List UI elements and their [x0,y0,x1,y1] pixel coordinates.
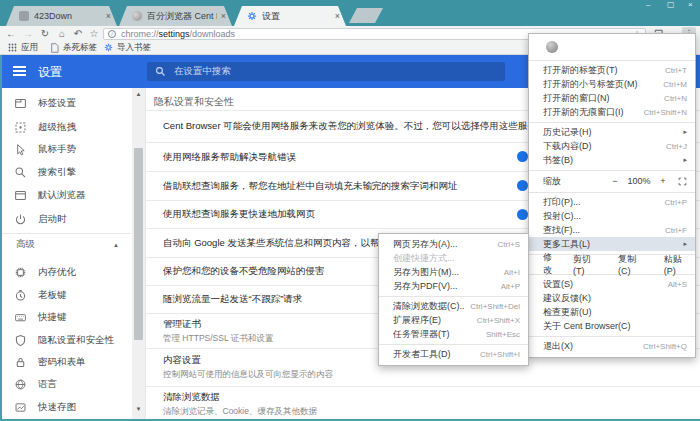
tab-title: 设置 [262,10,331,23]
sidebar-item-default-browser[interactable]: 默认浏览器 [0,184,131,206]
submenu-item-extensions[interactable]: 扩展程序(E)Ctrl+Shift+X [379,313,528,327]
content-scrollbar[interactable]: ▲ ▼ [132,88,145,419]
menu-item-cast[interactable]: 投射(C)... [529,209,695,223]
tab-title: 423Down [34,11,102,21]
bookmark-import[interactable]: 导入书签 [104,41,151,54]
bookmark-kill-tabs[interactable]: 杀死标签 [50,41,97,54]
menu-item-check-update[interactable]: 检查更新(U) [529,305,695,319]
menu-item-more-tools[interactable]: 更多工具(L)▸ [529,237,695,251]
forward-icon[interactable]: → [21,26,35,41]
search-icon [155,66,166,77]
cut-button[interactable]: 剪切(T) [573,253,596,276]
memory-chip-icon [14,266,27,279]
minimize-button[interactable]: – [646,1,650,9]
gear-icon [104,43,113,52]
menu-separator [529,60,695,61]
menu-item-find[interactable]: 查找(F)...Ctrl+F [529,223,695,237]
menu-item-new-incognito-window[interactable]: 打开新的无痕窗口(I)Ctrl+Shift+N [529,105,695,119]
scroll-up-icon[interactable]: ▲ [132,91,145,97]
sidebar-item-shortcuts[interactable]: 快捷键 [0,306,131,328]
sidebar-item-tab-settings[interactable]: 标签设置 [0,92,131,114]
menu-item-history[interactable]: 历史记录(H)▸ [529,125,695,139]
menu-separator [379,344,528,345]
sidebar-item-language[interactable]: 语言 [0,373,131,395]
submenu-item-clear-browsing-data[interactable]: 清除浏览数据(C)...Ctrl+Shift+Del [379,299,528,313]
keyboard-icon [14,311,27,324]
submenu-item-save-as-pdf[interactable]: 另存为PDF(V)...Alt+P [379,279,528,293]
sidebar-item-super-drag[interactable]: 超级拖拽 [0,116,131,138]
sidebar-item-mouse-gestures[interactable]: 鼠标手势 [0,138,131,160]
sidebar-item-quick-save-image[interactable]: 快速存图 [0,396,131,418]
submenu-item-developer-tools[interactable]: 开发者工具(D)Ctrl+Shift+I [379,347,528,361]
submenu-item-save-page-as[interactable]: 网页另存为(A)...Ctrl+S [379,237,528,251]
home-icon[interactable]: ⌂ [55,26,69,41]
settings-search-input[interactable]: 在设置中搜索 [147,62,505,81]
tab-title: 百分浏览器 Cent Brows [147,10,217,23]
menu-item-new-tab[interactable]: 打开新的标签页(T)Ctrl+T [529,63,695,77]
menu-item-settings[interactable]: 设置(S)Alt+S [529,277,695,291]
collapse-caret-icon: ▲ [113,242,119,248]
browser-window-icon [14,189,27,202]
sidebar-item-search-engine[interactable]: 搜索引擎 [0,161,131,183]
sidebar-item-memory-optimize[interactable]: 内存优化 [0,261,131,283]
undo-closed-tab-icon[interactable]: ↶ [71,26,85,41]
back-icon[interactable]: ← [4,26,18,41]
info-icon[interactable]: i [108,30,116,38]
browser-window: – ▢ × 423Down × 百分浏览器 Cent Brows × 设置 × … [0,0,700,421]
menu-item-new-small-tab[interactable]: 打开新的小号标签页(M)Ctrl+M [529,77,695,91]
scrollbar-thumb[interactable] [134,148,143,340]
menu-separator [379,296,528,297]
submenu-item-task-manager[interactable]: 任务管理器(T)Shift+Esc [379,327,528,341]
menu-separator [529,192,695,193]
menu-item-edit: 修改 剪切(T) 复制(C) 粘贴(P) [529,257,695,271]
menu-item-bookmarks[interactable]: 书签(B)▸ [529,153,695,167]
bookmark-star-icon[interactable]: ☆ [87,26,101,41]
timer-icon [14,289,27,302]
hamburger-menu-icon[interactable] [13,66,26,78]
search-icon [14,166,27,179]
sidebar-item-privacy-security[interactable]: 隐私设置和安全性 [0,329,131,351]
menu-item-about[interactable]: 关于 Cent Browser(C) [529,319,695,333]
sidebar-item-passwords-forms[interactable]: 密码和表单 [0,351,131,373]
tab-close-icon[interactable]: × [335,11,340,21]
toggle-autocomplete[interactable] [517,180,528,191]
lock-icon [14,356,27,369]
close-button[interactable]: × [688,1,693,9]
fullscreen-icon[interactable] [678,177,687,186]
tab-423down[interactable]: 423Down × [6,6,117,26]
toggle-navigation-error[interactable] [517,151,528,162]
menu-separator [529,122,695,123]
menu-item-exit[interactable]: 退出(X)Ctrl+Shift+Q [529,339,695,353]
menu-separator [529,336,695,337]
sidebar-item-on-startup[interactable]: 启动时 [0,208,131,230]
tab-close-icon[interactable]: × [106,11,111,21]
apps-shortcut[interactable]: 应用 [8,41,38,54]
menu-item-new-window[interactable]: 打开新的窗口(N)Ctrl+N [529,91,695,105]
toggle-prefetch[interactable] [517,209,528,220]
zoom-out-button[interactable]: − [608,176,622,186]
submenu-arrow-icon: ▸ [683,240,687,248]
maximize-button[interactable]: ▢ [667,1,675,9]
submenu-item-save-as-image[interactable]: 另存为图片(M)...Alt+I [379,265,528,279]
tab-close-icon[interactable]: × [221,11,226,21]
settings-sidebar: 标签设置 超级拖拽 鼠标手势 搜索引擎 默认浏览器 启动时 高级 ▲ 内存优 [0,88,131,421]
page-title: 设置 [38,64,62,81]
row-clear-browsing-data[interactable]: 清除浏览数据 清除浏览记录、Cookie、缓存及其他数据 [146,387,700,421]
menu-item-downloads[interactable]: 下载内容(D)Ctrl+J [529,139,695,153]
copy-button[interactable]: 复制(C) [618,253,642,276]
menu-item-print[interactable]: 打印(P)...Ctrl+P [529,195,695,209]
sidebar-item-boss-key[interactable]: 老板键 [0,284,131,306]
tab-favicon [19,11,29,21]
search-placeholder: 在设置中搜索 [174,65,231,78]
tab-box-icon [14,97,27,110]
scroll-down-icon[interactable]: ▼ [132,406,145,412]
sidebar-advanced-toggle[interactable]: 高级 ▲ [0,233,131,255]
tab-cent-browser[interactable]: 百分浏览器 Cent Brows × [119,6,232,26]
profile-sphere-icon [546,41,558,53]
paste-button[interactable]: 粘贴(P) [664,253,687,276]
menu-separator [529,170,695,171]
reload-icon[interactable]: ↻ [38,26,52,41]
tab-settings[interactable]: 设置 × [234,6,346,26]
zoom-in-button[interactable]: + [656,176,670,186]
menu-item-feedback[interactable]: 建议反馈(K) [529,291,695,305]
